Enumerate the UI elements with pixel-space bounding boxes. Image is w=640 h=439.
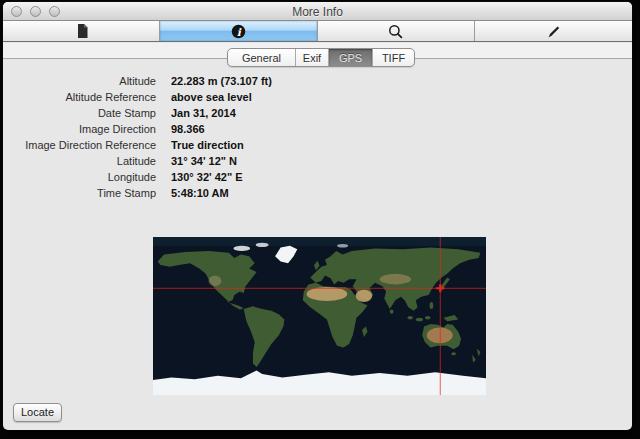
tab-tiff[interactable]: TIFF	[373, 49, 414, 66]
field-label: Longitude	[3, 169, 156, 185]
field-label: Altitude Reference	[3, 89, 156, 105]
more-info-window: More Info i	[3, 2, 632, 430]
field-value: 5:48:10 AM	[171, 185, 229, 201]
tab-annotate[interactable]	[475, 21, 632, 41]
field-row-longitude: Longitude 130° 32' 42" E	[3, 169, 632, 185]
field-value: 22.283 m (73.107 ft)	[171, 73, 272, 89]
field-row-date-stamp: Date Stamp Jan 31, 2014	[3, 105, 632, 121]
field-value: True direction	[171, 137, 244, 153]
world-map[interactable]	[153, 237, 486, 395]
field-value: 98.366	[171, 121, 205, 137]
field-row-image-direction: Image Direction 98.366	[3, 121, 632, 137]
inspector-toolbar: i	[3, 21, 632, 42]
field-value: 130° 32' 42" E	[171, 169, 243, 185]
tab-gps[interactable]: GPS	[329, 49, 373, 66]
document-icon	[74, 23, 89, 39]
tab-general[interactable]: General	[228, 49, 296, 66]
field-row-image-direction-reference: Image Direction Reference True direction	[3, 137, 632, 153]
field-value: 31° 34' 12" N	[171, 153, 237, 169]
metadata-tab-control: General Exif GPS TIFF	[227, 48, 415, 67]
info-icon: i	[231, 24, 246, 39]
tab-exif[interactable]: Exif	[296, 49, 329, 66]
field-value: above sea level	[171, 89, 252, 105]
field-label: Time Stamp	[3, 185, 156, 201]
field-label: Image Direction	[3, 121, 156, 137]
pencil-icon	[546, 24, 561, 39]
title-bar: More Info	[3, 2, 632, 21]
field-row-altitude-reference: Altitude Reference above sea level	[3, 89, 632, 105]
locate-button[interactable]: Locate	[13, 403, 62, 422]
field-label: Image Direction Reference	[3, 137, 156, 153]
field-label: Date Stamp	[3, 105, 156, 121]
field-label: Latitude	[3, 153, 156, 169]
tab-info[interactable]: i	[160, 21, 317, 41]
tab-search[interactable]	[318, 21, 475, 41]
tab-document[interactable]	[3, 21, 160, 41]
field-row-altitude: Altitude 22.283 m (73.107 ft)	[3, 73, 632, 89]
gps-field-list: Altitude 22.283 m (73.107 ft) Altitude R…	[3, 73, 632, 201]
field-row-time-stamp: Time Stamp 5:48:10 AM	[3, 185, 632, 201]
window-title: More Info	[3, 5, 632, 19]
field-value: Jan 31, 2014	[171, 105, 236, 121]
field-row-latitude: Latitude 31° 34' 12" N	[3, 153, 632, 169]
field-label: Altitude	[3, 73, 156, 89]
search-icon	[388, 24, 403, 39]
